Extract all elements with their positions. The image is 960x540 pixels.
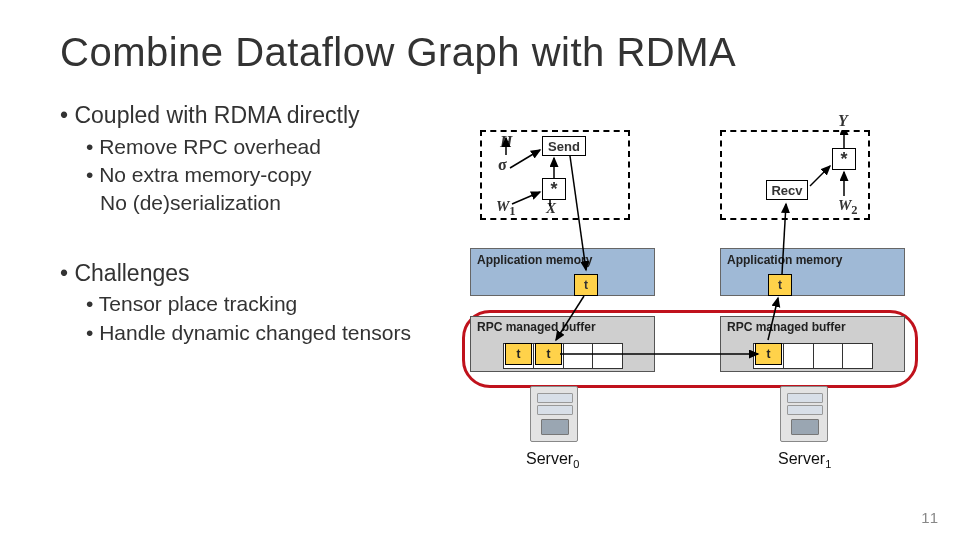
tensor-t-appmem-left: t	[574, 274, 598, 296]
rpc-label: RPC managed buffer	[477, 320, 596, 334]
app-memory-right: Application memory	[720, 248, 905, 296]
rpc-slot	[593, 344, 622, 368]
app-memory-left: Application memory	[470, 248, 655, 296]
op-send: Send	[542, 136, 586, 156]
rpc-label: RPC managed buffer	[727, 320, 846, 334]
server-label-0: Server0	[526, 450, 579, 470]
rpc-buffer-right: RPC managed buffer t	[720, 316, 905, 372]
tensor-t-rpc-left-1: t	[535, 343, 562, 365]
tensor-t-appmem-right: t	[768, 274, 792, 296]
tensor-t-rpc-right-0: t	[755, 343, 782, 365]
sym-W2: W2	[838, 197, 858, 218]
bullet-l1: Coupled with RDMA directly	[60, 101, 910, 130]
op-multiply-right: *	[832, 148, 856, 170]
sym-Y: Y	[838, 112, 848, 130]
sym-W1: W1	[496, 198, 516, 219]
op-recv: Recv	[766, 180, 808, 200]
rpc-slot	[564, 344, 594, 368]
page-number: 11	[921, 509, 938, 526]
rpc-buffer-left: RPC managed buffer t t	[470, 316, 655, 372]
server-label-1: Server1	[778, 450, 831, 470]
server-icon-1	[780, 386, 828, 442]
sym-H: H	[500, 133, 512, 151]
op-multiply-left: *	[542, 178, 566, 200]
slide: Combine Dataflow Graph with RDMA Coupled…	[0, 0, 960, 540]
tensor-t-rpc-left-0: t	[505, 343, 532, 365]
rpc-slot	[784, 344, 814, 368]
rpc-slot	[843, 344, 872, 368]
sym-X: X	[546, 200, 556, 217]
slide-title: Combine Dataflow Graph with RDMA	[60, 30, 910, 75]
diagram: Send * H σ W1 X Recv * Y W2 Application …	[470, 130, 930, 500]
sym-sigma: σ	[498, 156, 507, 174]
rpc-slot	[814, 344, 844, 368]
server-icon-0	[530, 386, 578, 442]
